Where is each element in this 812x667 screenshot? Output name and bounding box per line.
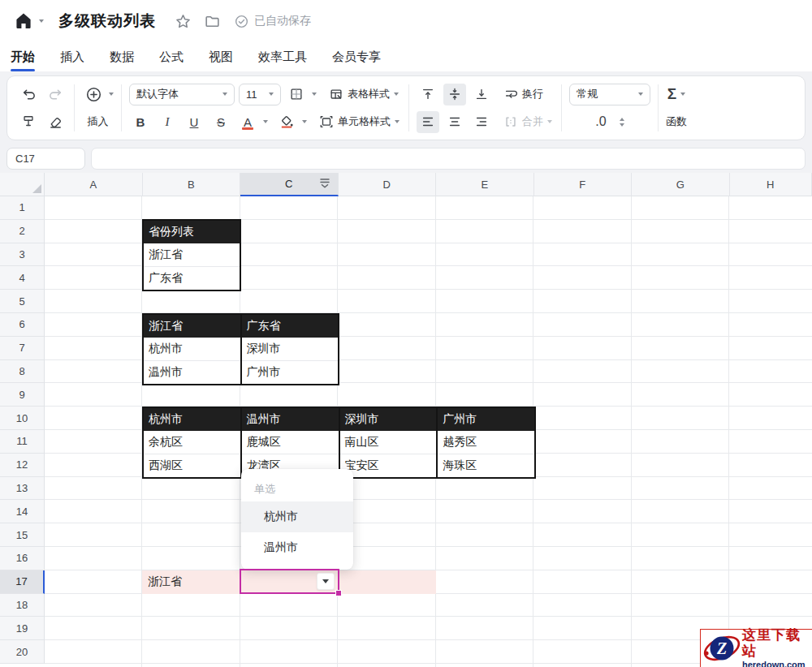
borders-button[interactable] [285, 84, 308, 105]
selected-cell-c17[interactable] [240, 569, 340, 594]
insert-button[interactable] [82, 84, 105, 105]
row-header-7[interactable]: 7 [0, 337, 45, 360]
cell-b2[interactable]: 省份列表 [144, 221, 240, 243]
font-family-select[interactable]: 默认字体 [129, 84, 235, 105]
fill-color-caret[interactable] [302, 120, 307, 123]
cell-e10[interactable]: 广州市 [438, 408, 534, 431]
row-header-4[interactable]: 4 [0, 266, 45, 290]
row-header-9[interactable]: 9 [0, 383, 45, 407]
cell-c10[interactable]: 温州市 [242, 408, 339, 431]
strikethrough-button[interactable]: S [209, 111, 232, 133]
star-icon[interactable] [171, 9, 195, 33]
cell-b7[interactable]: 杭州市 [144, 338, 240, 360]
format-painter-button[interactable] [17, 111, 40, 133]
bold-button[interactable]: B [129, 111, 152, 133]
table-style-button[interactable]: 表格样式 [327, 84, 400, 105]
tab-view[interactable]: 视图 [208, 45, 234, 70]
select-all-corner[interactable] [0, 173, 45, 196]
tab-formula[interactable]: 公式 [158, 45, 184, 70]
folder-icon[interactable] [200, 9, 224, 33]
redo-button[interactable] [44, 84, 67, 105]
cell-c7[interactable]: 深圳市 [242, 338, 339, 360]
row-header-19[interactable]: 19 [0, 617, 45, 640]
number-format-select[interactable]: 常规 [569, 84, 650, 105]
column-header-g[interactable]: G [632, 173, 730, 196]
undo-button[interactable] [17, 84, 40, 105]
row-header-18[interactable]: 18 [0, 594, 45, 618]
column-header-f[interactable]: F [534, 173, 633, 196]
cell-b6[interactable]: 浙江省 [144, 315, 240, 338]
cell-style-button[interactable]: 单元格样式 [317, 111, 401, 133]
row-header-10[interactable]: 10 [0, 407, 45, 430]
align-top-button[interactable] [417, 84, 439, 105]
row-header-8[interactable]: 8 [0, 360, 45, 384]
dropdown-option-hangzhou[interactable]: 杭州市 [241, 501, 353, 532]
row-header-2[interactable]: 2 [0, 220, 45, 243]
cell-e11[interactable]: 越秀区 [438, 431, 534, 454]
row-header-3[interactable]: 3 [0, 243, 45, 267]
column-menu-icon[interactable] [317, 176, 333, 193]
decimal-stepper[interactable] [620, 118, 624, 127]
cell-reference-box[interactable]: C17 [6, 148, 85, 170]
row-header-11[interactable]: 11 [0, 430, 45, 454]
cell-d12[interactable]: 宝安区 [340, 454, 437, 477]
row-header-14[interactable]: 14 [0, 500, 45, 523]
tab-data[interactable]: 数据 [109, 45, 135, 70]
cell-b10[interactable]: 杭州市 [144, 408, 240, 431]
insert-caret[interactable] [109, 93, 114, 96]
cell-e12[interactable]: 海珠区 [438, 454, 534, 477]
insert-label[interactable]: 插入 [86, 111, 110, 133]
underline-button[interactable]: U [183, 111, 205, 133]
cell-c8[interactable]: 广州市 [242, 360, 339, 384]
italic-button[interactable]: I [156, 111, 179, 133]
row-header-15[interactable]: 15 [0, 523, 45, 547]
wrap-text-button[interactable]: 换行 [502, 84, 545, 105]
home-menu-caret[interactable] [39, 19, 44, 23]
cell-d10[interactable]: 深圳市 [340, 408, 437, 431]
tab-home[interactable]: 开始 [10, 45, 36, 70]
cell-c11[interactable]: 鹿城区 [242, 431, 339, 454]
cell-b4[interactable]: 广东省 [144, 266, 240, 290]
column-header-e[interactable]: E [436, 173, 534, 196]
cell-c6[interactable]: 广东省 [242, 315, 339, 338]
cell-b3[interactable]: 浙江省 [144, 243, 240, 266]
font-size-select[interactable]: 11 [239, 84, 281, 105]
row-header-17[interactable]: 17 [0, 570, 45, 594]
tab-insert[interactable]: 插入 [59, 45, 85, 70]
cell-d11[interactable]: 南山区 [340, 431, 437, 454]
column-header-h[interactable]: H [730, 173, 812, 196]
align-right-button[interactable] [470, 111, 493, 133]
merge-cells-button[interactable]: 合并 [502, 111, 554, 133]
row-header-12[interactable]: 12 [0, 454, 45, 477]
row-header-13[interactable]: 13 [0, 477, 45, 501]
row-header-16[interactable]: 16 [0, 547, 45, 570]
row-header-20[interactable]: 20 [0, 640, 45, 664]
borders-caret[interactable] [312, 93, 317, 96]
tab-efficiency-tools[interactable]: 效率工具 [257, 45, 308, 70]
cell-dropdown-button[interactable] [317, 573, 335, 590]
row-header-1[interactable]: 1 [0, 196, 45, 220]
fill-handle[interactable] [335, 590, 342, 596]
dropdown-option-wenzhou[interactable]: 温州市 [241, 532, 353, 563]
formula-input[interactable] [91, 148, 806, 170]
cell-b8[interactable]: 温州市 [144, 360, 240, 384]
column-header-d[interactable]: D [339, 173, 437, 196]
align-center-button[interactable] [443, 111, 466, 133]
autosum-caret[interactable] [680, 93, 685, 96]
column-header-c[interactable]: C [240, 173, 339, 196]
row-header-5[interactable]: 5 [0, 290, 45, 313]
align-middle-button[interactable] [443, 84, 466, 105]
cell-b17[interactable]: 浙江省 [142, 570, 240, 594]
fill-color-button[interactable] [275, 111, 298, 133]
decimal-increase-icon[interactable] [620, 118, 624, 121]
column-header-b[interactable]: B [143, 173, 241, 196]
function-button[interactable]: 函数 [666, 114, 687, 129]
align-left-button[interactable] [417, 111, 439, 133]
cell-b12[interactable]: 西湖区 [144, 454, 240, 477]
home-button[interactable] [11, 9, 44, 33]
eraser-button[interactable] [44, 111, 67, 133]
decimal-decrease-icon[interactable] [620, 123, 624, 127]
row-header-6[interactable]: 6 [0, 313, 45, 337]
font-color-caret[interactable] [263, 120, 268, 123]
column-header-a[interactable]: A [45, 173, 143, 196]
